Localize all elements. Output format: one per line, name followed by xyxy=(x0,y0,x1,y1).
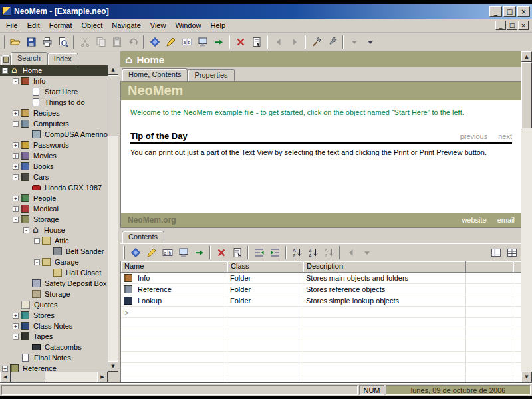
menu-navigate[interactable]: Navigate xyxy=(107,19,145,31)
tools-button[interactable] xyxy=(309,35,324,49)
more-actions-button[interactable] xyxy=(362,35,378,49)
mdi-restore-button[interactable]: □ xyxy=(507,21,517,30)
tree-item-info[interactable]: -Info xyxy=(0,76,108,86)
menu-format[interactable]: Format xyxy=(45,19,77,31)
tree-item-safety-deposit-box[interactable]: Safety Deposit Box xyxy=(0,278,108,289)
cell-class[interactable]: Folder xyxy=(227,284,303,295)
tree-item-belt-sander[interactable]: Belt Sander xyxy=(0,246,108,257)
column-header-description[interactable]: Description xyxy=(303,261,466,273)
email-link[interactable]: email xyxy=(497,216,515,224)
tree-item-reference[interactable]: +Reference xyxy=(0,363,108,372)
expand-icon[interactable]: + xyxy=(13,313,19,319)
tree-item-hall-closet[interactable]: Hall Closet xyxy=(0,267,108,278)
view-details-button[interactable] xyxy=(488,245,503,260)
expand-icon[interactable]: + xyxy=(13,110,19,116)
scroll-left-icon[interactable] xyxy=(0,372,11,382)
expand-icon[interactable]: + xyxy=(2,366,8,372)
view-grid-button[interactable] xyxy=(504,245,519,260)
scrollbar-thumb[interactable] xyxy=(11,372,45,382)
scroll-up-icon[interactable] xyxy=(521,51,532,62)
collapse-icon[interactable]: - xyxy=(13,217,19,223)
close-button[interactable]: × xyxy=(517,6,530,17)
print-button[interactable] xyxy=(39,35,55,49)
tree-item-storage[interactable]: Storage xyxy=(0,289,108,299)
properties-button[interactable] xyxy=(229,245,245,260)
restore-button[interactable]: □ xyxy=(503,6,516,17)
tree-item-cars[interactable]: -Cars xyxy=(0,172,108,182)
collapse-icon[interactable]: - xyxy=(34,238,40,244)
tree-horizontal-scrollbar[interactable] xyxy=(0,372,108,382)
tree-item-storage[interactable]: -Storage xyxy=(0,214,108,225)
expand-icon[interactable]: + xyxy=(13,323,19,329)
collapse-icon[interactable]: - xyxy=(13,78,19,84)
menu-help[interactable]: Help xyxy=(206,19,231,31)
tree-item-things-to-do[interactable]: Things to do xyxy=(0,97,108,108)
tree-item-stores[interactable]: +Stores xyxy=(0,310,108,321)
main-vertical-scrollbar[interactable] xyxy=(521,51,532,382)
expand-icon[interactable]: + xyxy=(13,142,19,148)
tab-properties[interactable]: Properties xyxy=(188,69,234,81)
cell-name[interactable]: Lookup xyxy=(121,295,227,307)
collapse-icon[interactable]: - xyxy=(34,259,40,265)
tree-item-catacombs[interactable]: Catacombs xyxy=(0,342,108,352)
navigate-button[interactable] xyxy=(128,245,143,260)
cell-name[interactable] xyxy=(121,307,227,318)
tree-item-honda-crx-1987[interactable]: Honda CRX 1987 xyxy=(0,182,108,193)
tree-item-home[interactable]: -Home xyxy=(0,65,108,76)
scrollbar-thumb[interactable] xyxy=(521,62,532,128)
minimize-button[interactable]: _ xyxy=(489,6,502,17)
promote-button[interactable] xyxy=(251,245,267,260)
new-object-button[interactable] xyxy=(163,35,178,49)
scrollbar-track[interactable] xyxy=(108,75,118,361)
table-row[interactable]: ReferenceFolderStores reference objects xyxy=(121,284,521,295)
expand-icon[interactable]: + xyxy=(13,196,19,201)
tab-search[interactable]: Search xyxy=(11,52,47,65)
expand-icon[interactable]: + xyxy=(13,153,19,159)
scroll-down-icon[interactable] xyxy=(108,361,118,372)
menu-object[interactable]: Object xyxy=(77,19,108,31)
print-preview-button[interactable] xyxy=(55,35,70,49)
cell-description[interactable]: Stores main objects and folders xyxy=(303,273,466,284)
new-field-button[interactable]: ab xyxy=(179,35,194,49)
tree-item-quotes[interactable]: Quotes xyxy=(0,299,108,310)
collapse-icon[interactable]: - xyxy=(2,68,8,74)
column-header-class[interactable]: Class xyxy=(227,261,303,273)
tree-item-computers[interactable]: -Computers xyxy=(0,118,108,129)
properties-button[interactable] xyxy=(249,35,264,49)
save-button[interactable] xyxy=(23,35,39,49)
new-object-button[interactable] xyxy=(144,245,159,260)
new-view-button[interactable] xyxy=(176,245,191,260)
scrollbar-track[interactable] xyxy=(521,62,532,372)
tree-item-movies[interactable]: +Movies xyxy=(0,150,108,161)
tree-item-class-notes[interactable]: +Class Notes xyxy=(0,321,108,331)
scroll-up-icon[interactable] xyxy=(108,65,118,75)
tree-item-attic[interactable]: -Attic xyxy=(0,235,108,246)
scrollbar-thumb[interactable] xyxy=(108,75,118,136)
cell-description[interactable]: Stores simple lookup objects xyxy=(303,295,466,307)
new-view-button[interactable] xyxy=(195,35,210,49)
delete-button[interactable] xyxy=(233,35,248,49)
mdi-close-button[interactable]: × xyxy=(518,21,529,30)
toolbar-grip[interactable] xyxy=(123,246,125,259)
cell-name[interactable]: Info xyxy=(121,273,227,284)
tree-item-garage[interactable]: -Garage xyxy=(0,257,108,267)
cell-class[interactable]: Folder xyxy=(227,295,303,307)
menu-window[interactable]: Window xyxy=(170,19,205,31)
sort-descending-button[interactable]: ZA xyxy=(305,245,321,260)
menu-view[interactable]: View xyxy=(146,19,171,31)
toolbar-grip[interactable] xyxy=(3,35,5,49)
website-link[interactable]: website xyxy=(462,216,486,224)
open-button[interactable] xyxy=(7,35,23,49)
navigate-button[interactable] xyxy=(147,35,162,49)
tree-item-people[interactable]: +People xyxy=(0,193,108,203)
scrollbar-track[interactable] xyxy=(11,372,97,382)
tree-item-medical[interactable]: +Medical xyxy=(0,203,108,214)
insert-button[interactable] xyxy=(192,245,207,260)
delete-button[interactable] xyxy=(213,245,229,260)
tree-item-tapes[interactable]: -Tapes xyxy=(0,331,108,342)
cell-name[interactable]: Reference xyxy=(121,284,227,295)
scroll-down-icon[interactable] xyxy=(521,372,532,382)
previous-link[interactable]: previous xyxy=(460,132,488,140)
expand-icon[interactable]: + xyxy=(13,164,19,170)
sort-ascending-button[interactable]: AZ xyxy=(289,245,305,260)
